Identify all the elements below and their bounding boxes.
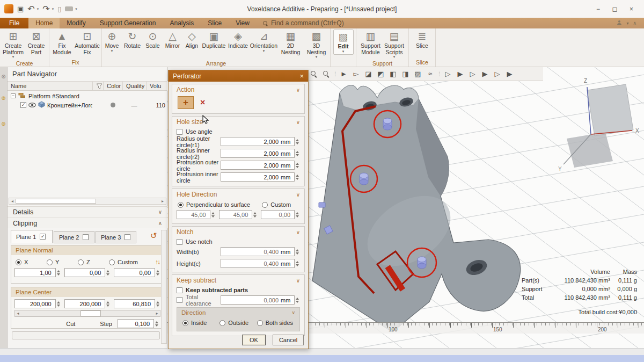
column-volume[interactable]: Volu	[146, 82, 167, 90]
chevron-down-icon[interactable]: ∨	[296, 278, 300, 284]
perforator-dialog[interactable]: Perforator × Action ∨ + × Hole size ∨ Us…	[168, 70, 309, 349]
chevron-down-icon[interactable]: ∨	[296, 229, 300, 235]
pick-edge-icon[interactable]: ▶	[455, 69, 466, 79]
gear-icon[interactable]: ⊛	[0, 74, 7, 79]
custom-direction-radio[interactable]: Custom	[262, 201, 291, 208]
direction-z-field[interactable]: 0,00	[261, 210, 300, 219]
notch-width-field[interactable]: 0,400mm	[221, 247, 300, 256]
plane1-checkbox[interactable]: ✓	[40, 234, 46, 240]
add-hole-button[interactable]: +	[178, 96, 194, 109]
clipping-section-bar[interactable]: Clipping ∧	[8, 218, 167, 228]
maximize-button[interactable]: ◻	[606, 3, 623, 16]
scroll-right-icon[interactable]: ▸	[159, 198, 166, 204]
direction-x-field[interactable]: 45,00	[177, 210, 216, 219]
select-lasso-icon[interactable]: ◨	[400, 69, 411, 79]
normal-x-field[interactable]: 1,00	[14, 268, 61, 277]
user-account-icon[interactable]	[617, 20, 622, 26]
plane2-checkbox[interactable]	[83, 234, 89, 240]
zoom-fit-icon[interactable]	[320, 69, 332, 79]
total-clearance-checkbox[interactable]	[177, 297, 182, 303]
use-angle-checkbox[interactable]	[177, 129, 182, 135]
plane-normal-z[interactable]: Z	[78, 259, 109, 265]
slice-button[interactable]: ≣ Slice	[413, 30, 432, 50]
column-quality[interactable]: Quality	[122, 82, 146, 90]
use-notch-checkbox[interactable]	[177, 239, 182, 245]
plane-normal-y[interactable]: Y	[47, 259, 78, 265]
dialog-close-icon[interactable]: ×	[299, 72, 304, 80]
eye-icon[interactable]	[28, 102, 36, 108]
tab-support-generation[interactable]: Support Generation	[93, 18, 163, 28]
create-part-button[interactable]: ⊠ Create Part	[25, 30, 48, 56]
account-dropdown-icon[interactable]: ▾	[626, 21, 628, 26]
perpendicular-radio[interactable]: Perpendicular to surface	[178, 201, 250, 208]
pick-face-icon[interactable]: ▷	[467, 69, 478, 79]
plane-normal-x[interactable]: X	[16, 259, 47, 265]
undo-icon[interactable]: ↶	[27, 5, 34, 13]
collapse-ribbon-icon[interactable]: ∧	[633, 20, 636, 26]
zoom-window-icon[interactable]	[308, 69, 319, 79]
clipping-hscrollbar[interactable]	[12, 331, 160, 339]
panel-vscrollbar[interactable]	[161, 230, 167, 344]
protrusion-inner-field[interactable]: 2,000mm	[221, 172, 300, 182]
tab-slice[interactable]: Slice	[201, 18, 229, 28]
support-module-button[interactable]: ▥ Support Module	[359, 30, 383, 56]
tab-plane-3[interactable]: Plane 3	[96, 231, 136, 243]
part-list-hscrollbar[interactable]: ◂ ▸	[9, 198, 166, 205]
slider-thumb[interactable]	[80, 310, 101, 316]
chevron-down-icon[interactable]: ∨	[296, 119, 300, 125]
create-platform-button[interactable]: ⊞ Create Platform ▾	[2, 30, 25, 60]
step-field[interactable]: 0,100	[118, 319, 159, 328]
tab-home[interactable]: Home	[28, 18, 60, 28]
total-clearance-checkbox-row[interactable]: Total clearance	[177, 294, 221, 307]
remove-hole-button[interactable]: ×	[200, 98, 205, 107]
scale-button[interactable]: ⊙ Scale	[143, 30, 163, 50]
column-name[interactable]: Name	[8, 82, 92, 90]
plane-position-slider[interactable]: ◂ ▸	[14, 310, 160, 317]
select-surface-icon[interactable]: ◪	[363, 69, 374, 79]
scrollbar-thumb[interactable]	[16, 199, 96, 204]
dialog-title-bar[interactable]: Perforator ×	[169, 70, 308, 82]
slider-right-icon[interactable]: ▸	[154, 310, 160, 316]
perforation-pin-2[interactable]	[360, 173, 368, 185]
radius-inner-field[interactable]: 2,000mm	[221, 149, 300, 158]
tab-modify[interactable]: Modify	[60, 18, 92, 28]
mirror-button[interactable]: △ Mirror	[163, 30, 183, 50]
ok-button[interactable]: OK	[242, 335, 266, 345]
part-visibility-checkbox[interactable]: ✓	[20, 102, 26, 108]
center-x-field[interactable]: 200,000	[14, 299, 61, 308]
reset-clipping-icon[interactable]: ↺	[150, 231, 157, 241]
center-y-field[interactable]: 200,000	[64, 299, 111, 308]
automatic-fix-button[interactable]: ⊡ Automatic Fix	[74, 30, 101, 56]
select-through-icon[interactable]: ◩	[375, 69, 386, 79]
both-sides-radio[interactable]: Both sides	[257, 320, 294, 326]
use-notch-checkbox-row[interactable]: Use notch	[177, 238, 300, 245]
perforation-pin-1[interactable]	[383, 118, 392, 130]
normal-y-field[interactable]: 0,00	[64, 268, 111, 277]
minimize-button[interactable]: −	[590, 3, 606, 16]
pick-hole-icon[interactable]: ▶	[504, 69, 515, 79]
direction-y-field[interactable]: 45,00	[219, 210, 258, 219]
pick-vertex-icon[interactable]: ▷	[492, 69, 503, 79]
swatch-dropdown-icon[interactable]: ▾	[75, 7, 77, 11]
pick-point-icon[interactable]: ▷	[442, 69, 453, 79]
move-button[interactable]: ⊕ Move ▾	[103, 30, 122, 54]
protrusion-outer-field[interactable]: 2,000mm	[221, 161, 300, 170]
select-curve-icon[interactable]: ≈	[425, 69, 436, 79]
redo-icon[interactable]: ↷	[42, 5, 49, 13]
select-brush-icon[interactable]: ◧	[387, 69, 399, 79]
nesting-3d-button[interactable]: ▩ 3D Nesting ▾	[303, 30, 330, 60]
chevron-down-icon[interactable]: ∨	[291, 310, 295, 315]
cut-label[interactable]: Cut	[66, 321, 75, 327]
tab-file[interactable]: File	[0, 18, 28, 28]
total-clearance-field[interactable]: 0,000mm	[221, 295, 300, 305]
redo-dropdown-icon[interactable]: ▾	[52, 7, 54, 11]
fix-module-button[interactable]: ▲ Fix Module	[50, 30, 74, 56]
center-z-field[interactable]: 60,810	[114, 299, 160, 308]
command-search[interactable]: Find a command (Ctrl+Q)	[257, 18, 344, 28]
select-parts-icon[interactable]: ►	[338, 69, 349, 79]
chevron-down-icon[interactable]: ∨	[296, 192, 300, 198]
perforation-pin-3[interactable]	[418, 257, 426, 269]
cancel-button[interactable]: Cancel	[273, 335, 304, 345]
tab-plane-1[interactable]: Plane 1 ✓	[11, 230, 53, 243]
tab-analysis[interactable]: Analysis	[163, 18, 201, 28]
